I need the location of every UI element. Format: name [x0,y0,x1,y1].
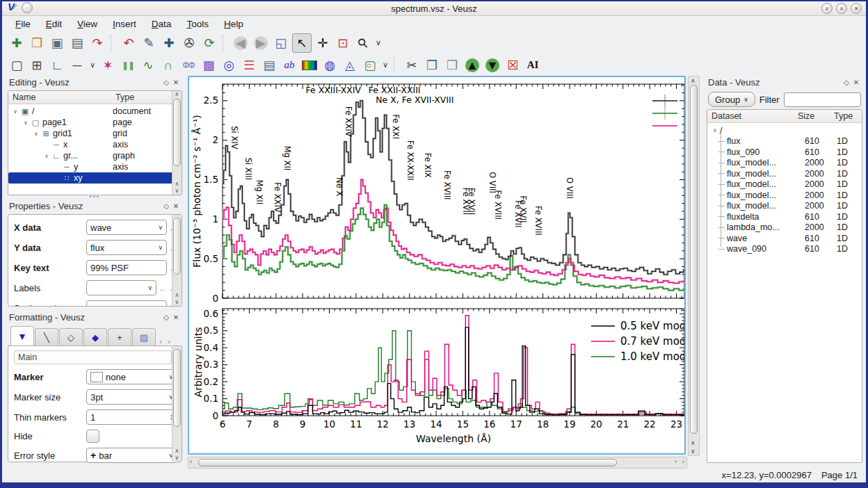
zoom-menu-arrow[interactable]: ∨ [374,34,383,52]
dataset-row-fluxdelta[interactable]: fluxdelta6101D [707,211,862,222]
plot-canvas[interactable]: 00.511.522.5Flux (10⁻³ photon cm⁻² s⁻¹ Å… [188,76,686,455]
menu-file[interactable]: File [9,17,37,31]
float-panel-icon[interactable]: ◇ [161,79,171,86]
dataset-row-flux_model[interactable]: flux_model...20001D [707,201,862,212]
tabs-next-arrow[interactable]: › [165,337,173,345]
import-data-button[interactable]: ↶ [120,34,138,52]
maximize-button[interactable]: ∧ [836,3,847,14]
property-x-data-combo[interactable]: wave∨ [86,220,167,235]
add-key-button[interactable]: ☰ [240,56,258,74]
close-panel-icon[interactable]: ✕ [171,79,181,86]
tree-row-page1[interactable]: ∨▢page1page [8,117,182,128]
formatting-hide-checkbox[interactable] [86,430,99,443]
add-shape-button[interactable]: ▢○ [361,56,379,74]
column-header-type[interactable]: Type [830,111,862,121]
move-down-button[interactable]: ▼ [483,56,501,74]
dataset-row-flux_090[interactable]: flux_0906101D [707,147,862,158]
tabs-prev-arrow[interactable]: ‹ [156,337,165,345]
float-panel-icon[interactable]: ◇ [161,202,171,210]
tab-marker-border[interactable]: ◇ [59,328,83,345]
editing-scrollbar[interactable]: ∧ ∧∨ [172,91,182,195]
add-contour-button[interactable]: ◎ [220,56,238,74]
formatting-error-style-combo[interactable]: +bar∨ [86,448,177,463]
paste-widget-button[interactable]: ❒ [443,56,461,74]
property-y-data-combo[interactable]: flux∨ [86,240,167,255]
tab-main[interactable]: ▼ [10,326,34,345]
export-button[interactable]: ↷ [88,34,106,52]
capture-data-button[interactable]: ✇ [180,34,198,52]
plot-horizontal-scrollbar[interactable]: ‹ ‹ › [188,457,687,469]
add-bar-button[interactable]: ❚❚ [119,56,137,74]
column-header-name[interactable]: Name [8,92,111,102]
close-panel-icon[interactable]: ✕ [851,79,861,86]
tree-row-x[interactable]: ─xaxis [8,139,182,150]
add-boxplot-button[interactable]: ΦΦ [179,56,198,74]
add-label-button[interactable]: ab [280,56,298,74]
menu-data[interactable]: Data [145,17,178,31]
dataset-row-wave_090[interactable]: wave_0906101D [707,244,862,255]
dataset-row-flux_model[interactable]: flux_model...20001D [707,179,862,190]
next-page-button[interactable]: ▶ [252,34,270,52]
close-panel-icon[interactable]: ✕ [171,202,181,210]
prev-page-button[interactable]: ◀ [232,34,250,52]
float-panel-icon[interactable]: ◇ [161,314,171,321]
dataset-root-row[interactable]: ∨/ [707,125,862,136]
close-panel-icon[interactable]: ✕ [171,314,181,321]
add-fit-button[interactable]: ∿ [139,56,157,74]
plot-vertical-scrollbar[interactable]: ∧ ∧ ∨ [688,76,700,456]
add-xy-button[interactable]: ✶ [99,56,117,74]
dataset-row-flux_model[interactable]: flux_model...20001D [707,190,862,201]
property-scale-markers-combo[interactable]: ∨ [86,300,167,307]
edit-data-button[interactable]: ✎ [140,34,158,52]
tab-plot-line[interactable]: ╲ [35,328,58,345]
add-colorbar-button[interactable] [300,56,319,74]
formatting-thin-markers-spinner[interactable]: 1▴▾ [86,409,177,425]
shade-button[interactable]: ∨ [821,3,833,14]
tree-row-grid1[interactable]: ∨⊞grid1grid [8,128,182,139]
float-panel-icon[interactable]: ◇ [842,79,851,86]
tab-fill-below[interactable]: ▨ [132,328,156,345]
formatting-marker-combo[interactable]: none∨ [86,369,177,384]
tree-row-xy[interactable]: ∷xy [8,172,182,184]
new-document-button[interactable]: ✚ [8,34,26,52]
filter-input[interactable] [784,92,861,107]
menu-help[interactable]: Help [218,17,250,31]
menu-tools[interactable]: Tools [180,17,215,31]
dataset-row-wave[interactable]: wave6101D [707,233,862,244]
view-page-button[interactable]: ◱ [272,34,290,52]
formatting-scrollbar[interactable]: ∧∨ [172,346,182,462]
menu-insert[interactable]: Insert [106,17,143,31]
line-menu-arrow[interactable]: ∨ [88,56,97,74]
print-button[interactable]: ▤ [68,34,86,52]
copy-widget-button[interactable]: ❐ [423,56,441,74]
dataset-row-flux[interactable]: flux6101D [707,136,862,147]
column-header-type[interactable]: Type [111,92,182,102]
more-options-button[interactable]: .. [156,284,167,292]
menu-edit[interactable]: Edit [40,17,68,31]
select-pointer-button[interactable]: ↖ [292,33,312,53]
zoom-graph-button[interactable]: ⊡ [334,34,352,52]
close-button[interactable]: ✕ [851,3,862,14]
move-up-button[interactable]: ▲ [463,56,481,74]
add-ternary-button[interactable]: ◬ [341,56,359,74]
properties-scrollbar[interactable]: ∧∨ [172,215,182,306]
property-labels-combo[interactable]: ∨ [86,280,156,295]
formatting-marker-size-combo[interactable]: 3pt∨ [86,389,177,405]
save-document-button[interactable]: ▣ [48,34,66,52]
group-button[interactable]: Group∨ [708,92,755,107]
add-list-button[interactable]: ▤ [260,56,278,74]
property-key-text-input[interactable]: 99% PSF [86,260,167,275]
window-menu-button[interactable]: · [22,2,33,13]
pick-points-button[interactable]: ✛ [314,34,332,52]
add-function-button[interactable]: ∩ [159,56,177,74]
column-header-dataset[interactable]: Dataset [707,111,794,121]
delete-widget-button[interactable]: ☒ [504,56,522,74]
add-grid-button[interactable]: ⊞ [28,56,46,74]
add-image-button[interactable]: ▩ [200,56,218,74]
column-header-size[interactable]: Size [794,111,830,121]
add-axis-button[interactable]: ∟ [48,56,66,74]
tab-marker-fill[interactable]: ◆ [83,328,107,345]
reload-data-button[interactable]: ⟳ [200,34,218,52]
cut-widget-button[interactable]: ✂ [403,56,421,74]
create-data-button[interactable]: ✚ [160,34,178,52]
